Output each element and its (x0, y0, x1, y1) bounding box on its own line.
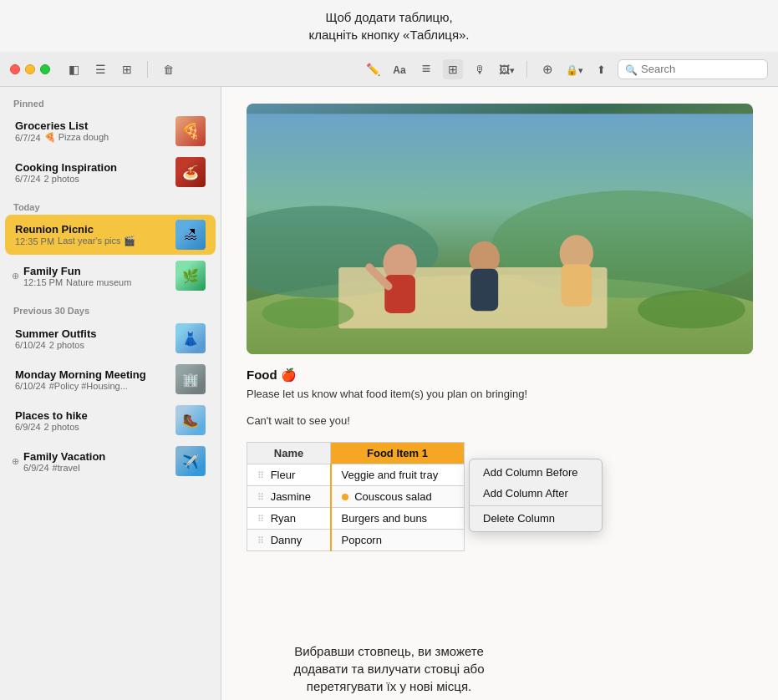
context-menu-delete-column[interactable]: Delete Column (470, 508, 602, 529)
note-info-reunion: Reunion Picnic 12:35 PM Last year's pics… (15, 223, 169, 246)
note-meta-vacation: 6/9/24 #travel (23, 463, 169, 473)
note-title-places: Places to hike (15, 409, 169, 422)
col-indicator-1 (342, 494, 348, 500)
note-title-familyfun: Family Fun (23, 265, 169, 277)
note-table[interactable]: Name Food Item 1 ⠿ Fleur Veggie and frui… (247, 442, 465, 551)
table-row: ⠿ Fleur Veggie and fruit tray (247, 464, 465, 486)
context-menu: Add Column Before Add Column After Delet… (469, 459, 603, 532)
share-button[interactable] (591, 59, 611, 79)
table-cell-name-1[interactable]: ⠿ Jasmine (247, 486, 331, 508)
compose-icon (366, 63, 380, 76)
shared-icon-familyfun: ⊕ (12, 271, 19, 282)
note-thumb-reunion: 🏖 (175, 220, 206, 250)
checklist-button[interactable] (416, 59, 436, 79)
lock-chevron-icon (578, 63, 583, 76)
table-button[interactable] (443, 59, 463, 79)
media-chevron-icon (510, 63, 515, 76)
row-handle-3: ⠿ (257, 535, 267, 545)
table-col-food-header[interactable]: Food Item 1 (331, 443, 465, 464)
search-icon (625, 62, 638, 77)
table-icon (448, 63, 458, 76)
table-cell-food-2[interactable]: Burgers and buns (331, 508, 465, 530)
table-col-name-header[interactable]: Name (247, 443, 331, 464)
note-title-vacation: Family Vacation (23, 450, 169, 463)
row-handle-1: ⠿ (257, 492, 267, 502)
table-cell-name-0[interactable]: ⠿ Fleur (247, 464, 331, 486)
note-meta-cooking: 6/7/24 2 photos (15, 174, 169, 184)
note-content: Food 🍎 Please let us know what food item… (221, 87, 778, 700)
gallery-view-button[interactable] (117, 59, 137, 79)
note-item-monday[interactable]: Monday Morning Meeting 6/10/24 #Policy #… (5, 359, 216, 399)
delete-note-button[interactable] (158, 59, 178, 79)
note-info-cooking: Cooking Inspiration 6/7/24 2 photos (15, 161, 169, 184)
traffic-lights (10, 64, 50, 74)
note-title-reunion: Reunion Picnic (15, 223, 169, 236)
table-body: ⠿ Fleur Veggie and fruit tray ⠿ Jasmine (247, 464, 465, 551)
note-meta-groceries: 6/7/24 🍕 Pizza dough (15, 132, 169, 143)
row-handle-0: ⠿ (257, 470, 267, 480)
svg-point-13 (638, 290, 745, 328)
note-info-familyfun: Family Fun 12:15 PM Nature museum (23, 265, 169, 287)
trash-icon (163, 63, 174, 76)
note-meta-familyfun: 12:15 PM Nature museum (23, 277, 169, 287)
context-menu-add-after[interactable]: Add Column After (470, 483, 602, 504)
row-handle-2: ⠿ (257, 514, 267, 524)
gallery-icon (122, 63, 132, 76)
svg-rect-10 (561, 264, 592, 307)
note-table-container: Name Food Item 1 ⠿ Fleur Veggie and frui… (247, 442, 465, 551)
audio-button[interactable] (470, 59, 490, 79)
note-info-vacation: Family Vacation 6/9/24 #travel (23, 450, 169, 473)
listview-icon (95, 63, 106, 76)
note-title-summer: Summer Outfits (15, 327, 169, 340)
note-body-text1: Please let us know what food item(s) you… (247, 386, 753, 403)
note-item-groceries[interactable]: Groceries List 6/7/24 🍕 Pizza dough 🍕 (5, 111, 216, 151)
note-item-cooking[interactable]: Cooking Inspiration 6/7/24 2 photos 🍝 (5, 152, 216, 192)
note-item-places[interactable]: Places to hike 6/9/24 2 photos 🥾 (5, 400, 216, 440)
note-meta-places: 6/9/24 2 photos (15, 422, 169, 432)
close-button[interactable] (10, 64, 20, 74)
note-thumb-groceries: 🍕 (175, 116, 206, 146)
lock-button[interactable] (564, 59, 584, 79)
note-title-monday: Monday Morning Meeting (15, 368, 169, 381)
note-body-title: Food 🍎 (247, 368, 753, 383)
note-info-monday: Monday Morning Meeting 6/10/24 #Policy #… (15, 368, 169, 391)
table-cell-name-2[interactable]: ⠿ Ryan (247, 508, 331, 530)
svg-point-12 (262, 298, 353, 329)
note-thumb-monday: 🏢 (175, 364, 206, 394)
table-cell-food-3[interactable]: Popcorn (331, 530, 465, 551)
share-icon (597, 63, 606, 76)
table-cell-name-3[interactable]: ⠿ Danny (247, 530, 331, 551)
divider1 (147, 61, 148, 78)
note-item-vacation[interactable]: ⊕ Family Vacation 6/9/24 #travel ✈️ (5, 441, 216, 481)
search-box[interactable] (618, 59, 768, 79)
note-item-summer[interactable]: Summer Outfits 6/10/24 2 photos 👗 (5, 318, 216, 358)
search-input[interactable] (641, 63, 750, 75)
note-item-familyfun[interactable]: ⊕ Family Fun 12:15 PM Nature museum 🌿 (5, 256, 216, 296)
note-info-summer: Summer Outfits 6/10/24 2 photos (15, 327, 169, 350)
collaborate-button[interactable] (537, 59, 557, 79)
table-row: ⠿ Danny Popcorn (247, 530, 465, 551)
maximize-button[interactable] (40, 64, 50, 74)
table-header-row: Name Food Item 1 (247, 443, 465, 464)
sidebar-icon (69, 63, 79, 76)
sidebar-toggle-button[interactable] (64, 59, 84, 79)
media-icon (499, 63, 510, 76)
table-cell-food-0[interactable]: Veggie and fruit tray (331, 464, 465, 486)
annotation-bottom: Вибравши стовпець, ви зможете додавати т… (0, 636, 778, 700)
list-view-button[interactable] (90, 59, 110, 79)
main-area: Pinned Groceries List 6/7/24 🍕 Pizza dou… (0, 87, 778, 700)
compose-button[interactable] (363, 59, 383, 79)
media-button[interactable] (496, 59, 516, 79)
note-info-groceries: Groceries List 6/7/24 🍕 Pizza dough (15, 119, 169, 143)
font-button[interactable] (389, 59, 409, 79)
minimize-button[interactable] (25, 64, 35, 74)
today-section-label: Today (0, 197, 221, 214)
lock-icon (566, 63, 578, 76)
note-body-text2: Can't wait to see you! (247, 413, 753, 429)
shared-icon-vacation: ⊕ (12, 456, 19, 467)
note-thumb-summer: 👗 (175, 323, 206, 353)
note-item-reunion[interactable]: Reunion Picnic 12:35 PM Last year's pics… (5, 215, 216, 255)
context-menu-add-before[interactable]: Add Column Before (470, 462, 602, 483)
table-cell-food-1[interactable]: Couscous salad (331, 486, 465, 508)
note-thumb-familyfun: 🌿 (175, 261, 206, 291)
